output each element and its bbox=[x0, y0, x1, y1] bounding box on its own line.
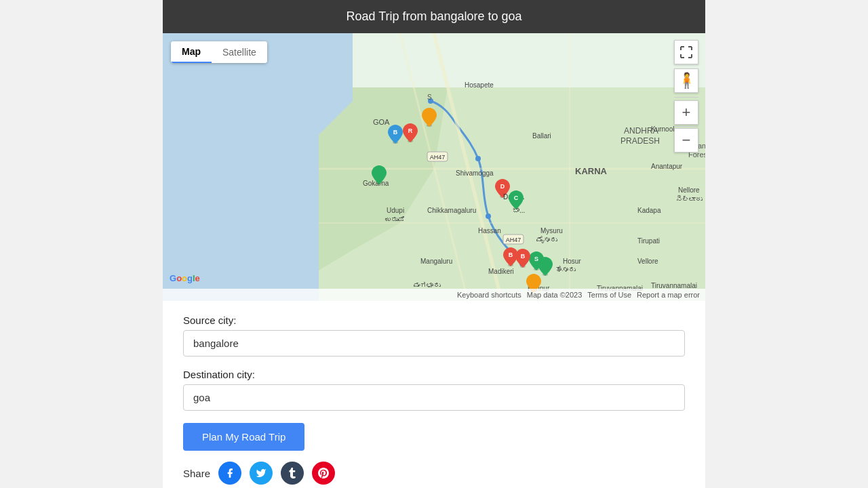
svg-text:Chikkamagaluru: Chikkamagaluru bbox=[427, 207, 476, 214]
svg-text:C: C bbox=[514, 195, 519, 201]
source-field-group: Source city: bbox=[183, 314, 685, 357]
map-view-toggle: Map Satellite bbox=[171, 41, 267, 63]
svg-text:GOA: GOA bbox=[373, 118, 390, 126]
svg-point-7 bbox=[475, 156, 481, 161]
plan-road-trip-button[interactable]: Plan My Road Trip bbox=[183, 423, 304, 451]
svg-point-6 bbox=[486, 214, 491, 219]
svg-text:Nellore: Nellore bbox=[678, 186, 700, 194]
main-container: Road Trip from bangalore to goa Map Sate… bbox=[163, 0, 705, 488]
svg-text:ಮೈಸೂರು: ಮೈಸೂರು bbox=[536, 236, 557, 243]
svg-text:B: B bbox=[509, 251, 513, 258]
map-view-button[interactable]: Map bbox=[171, 41, 212, 63]
map-header: Road Trip from bangalore to goa bbox=[163, 0, 705, 33]
map-data-text: Map data ©2023 bbox=[527, 291, 583, 299]
zoom-in-button[interactable]: + bbox=[674, 100, 698, 125]
svg-text:Hosapete: Hosapete bbox=[465, 81, 494, 89]
source-input[interactable] bbox=[183, 330, 685, 357]
svg-text:S: S bbox=[534, 256, 538, 262]
svg-text:KARNA: KARNA bbox=[575, 166, 608, 176]
svg-text:Tirupati: Tirupati bbox=[637, 237, 660, 245]
page-wrapper: Road Trip from bangalore to goa Map Sate… bbox=[0, 0, 868, 488]
google-logo: Google bbox=[170, 273, 200, 283]
twitter-share-button[interactable] bbox=[250, 462, 273, 485]
map-section: Map Satellite bbox=[163, 33, 705, 301]
streetview-button[interactable]: 🧍 bbox=[674, 68, 698, 93]
svg-text:B: B bbox=[521, 253, 526, 260]
svg-text:D: D bbox=[500, 183, 505, 190]
map-footer-bar: Keyboard shortcuts Map data ©2023 Terms … bbox=[163, 289, 705, 301]
map-canvas: GOA KARNA ANDHRA PRADESH Hosapete Ballar… bbox=[163, 33, 705, 301]
pinterest-share-button[interactable] bbox=[312, 462, 335, 485]
destination-label: Destination city: bbox=[183, 369, 685, 380]
tumblr-share-button[interactable] bbox=[281, 462, 304, 485]
satellite-view-button[interactable]: Satellite bbox=[212, 41, 267, 63]
svg-text:ಹೊಸೂರು: ಹೊಸೂರು bbox=[555, 266, 576, 273]
facebook-share-button[interactable] bbox=[218, 462, 241, 485]
fullscreen-button[interactable] bbox=[674, 40, 698, 64]
map-ctrl-divider bbox=[674, 97, 698, 98]
share-row: Share bbox=[183, 462, 685, 488]
svg-text:Ballari: Ballari bbox=[532, 132, 551, 140]
share-label: Share bbox=[183, 468, 210, 479]
svg-text:R: R bbox=[408, 127, 413, 134]
svg-text:Udupi: Udupi bbox=[387, 207, 404, 214]
svg-text:నెల్లూరు: నెల్లూరు bbox=[676, 195, 703, 203]
svg-text:Hosur: Hosur bbox=[563, 258, 581, 265]
svg-text:Mysuru: Mysuru bbox=[540, 227, 563, 235]
zoom-divider bbox=[674, 126, 698, 127]
map-title: Road Trip from bangalore to goa bbox=[346, 9, 521, 23]
keyboard-shortcuts-link[interactable]: Keyboard shortcuts bbox=[457, 291, 521, 299]
svg-text:Madikeri: Madikeri bbox=[488, 268, 514, 275]
svg-text:Mangaluru: Mangaluru bbox=[420, 258, 452, 265]
report-link[interactable]: Report a map error bbox=[637, 291, 700, 299]
svg-text:AH47: AH47 bbox=[506, 237, 521, 243]
svg-text:Hassan: Hassan bbox=[478, 227, 501, 235]
svg-text:Anantapur: Anantapur bbox=[651, 163, 683, 170]
terms-link[interactable]: Terms of Use bbox=[587, 291, 631, 299]
svg-text:Kurnool: Kurnool bbox=[651, 125, 674, 133]
svg-text:PRADESH: PRADESH bbox=[620, 136, 660, 146]
map-svg: GOA KARNA ANDHRA PRADESH Hosapete Ballar… bbox=[163, 33, 705, 301]
source-label: Source city: bbox=[183, 314, 685, 326]
svg-text:AH47: AH47 bbox=[430, 154, 446, 161]
svg-text:ಬಾ...: ಬಾ... bbox=[513, 207, 525, 214]
destination-input[interactable] bbox=[183, 384, 685, 411]
svg-text:ಮಂಗಳೂರು: ಮಂಗಳೂರು bbox=[414, 281, 441, 289]
zoom-out-button[interactable]: − bbox=[674, 128, 698, 152]
svg-text:B: B bbox=[393, 129, 398, 136]
svg-text:Vellore: Vellore bbox=[637, 258, 658, 265]
svg-text:ಉಡುಪಿ: ಉಡುಪಿ bbox=[385, 216, 405, 223]
svg-text:Shivamogga: Shivamogga bbox=[456, 169, 494, 177]
svg-text:S: S bbox=[427, 94, 432, 101]
svg-text:Kadapa: Kadapa bbox=[637, 207, 661, 214]
form-section: Source city: Destination city: Plan My R… bbox=[163, 301, 705, 488]
map-controls: 🧍 + − bbox=[674, 40, 698, 152]
destination-field-group: Destination city: bbox=[183, 369, 685, 411]
